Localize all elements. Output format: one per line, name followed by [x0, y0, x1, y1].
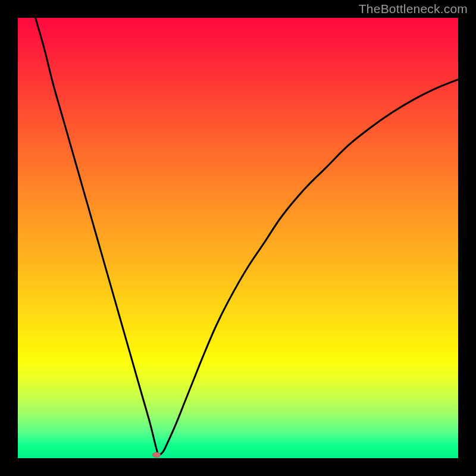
watermark-text: TheBottleneck.com [359, 2, 468, 16]
plot-area [18, 18, 458, 458]
chart-frame: TheBottleneck.com [0, 0, 476, 476]
bottleneck-curve [18, 18, 458, 458]
